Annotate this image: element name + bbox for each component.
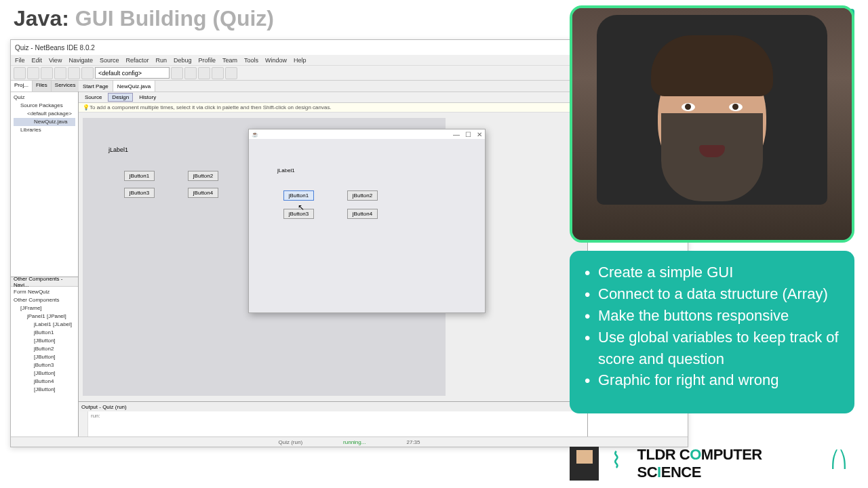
- design-button1[interactable]: jButton1: [124, 171, 155, 181]
- menu-team[interactable]: Team: [222, 57, 237, 64]
- menu-window[interactable]: Window: [265, 57, 287, 64]
- projects-panel: Proj... Files Services Quiz Source Packa…: [11, 81, 78, 277]
- new-project-icon[interactable]: [27, 67, 39, 79]
- menu-file[interactable]: File: [15, 57, 25, 64]
- avatar-icon: [570, 447, 599, 481]
- nav-item[interactable]: jButton3 [JButton]: [14, 361, 75, 378]
- bullet-item: Make the buttons responsive: [585, 305, 840, 327]
- app-minimize-icon[interactable]: —: [453, 131, 460, 138]
- nav-item[interactable]: jPanel1 [JPanel]: [14, 312, 75, 321]
- navigator-title: Other Components - Navi...: [11, 277, 78, 287]
- menu-tools[interactable]: Tools: [244, 57, 258, 64]
- navigator-panel: Other Components - Navi... Form NewQuiz …: [11, 277, 78, 436]
- design-button3[interactable]: jButton3: [124, 188, 155, 198]
- menu-navigate[interactable]: Navigate: [68, 57, 93, 64]
- menu-profile[interactable]: Profile: [199, 57, 216, 64]
- nav-item[interactable]: jButton1 [JButton]: [14, 329, 75, 345]
- output-tab[interactable]: Output - Quiz (run): [79, 402, 587, 411]
- tree-project[interactable]: Quiz: [14, 94, 75, 102]
- build-icon[interactable]: [171, 67, 183, 79]
- design-button2[interactable]: jButton2: [188, 171, 218, 181]
- design-canvas[interactable]: jLabel1 jButton1 jButton2 jButton3 jButt…: [79, 113, 587, 401]
- nav-item[interactable]: Other Components: [14, 296, 75, 304]
- channel-logo: TLDR COMPUTER SCIENCE: [570, 443, 854, 484]
- hint-bar: 💡 To add a component multiple times, sel…: [79, 103, 587, 113]
- lesson-bullets: Create a simple GUI Connect to a data st…: [570, 251, 854, 413]
- bullet-item: Graphic for right and wrong: [585, 369, 840, 391]
- lightbulb-icon: 💡: [83, 104, 90, 110]
- run-icon[interactable]: [198, 67, 210, 79]
- output-text: run:: [88, 411, 587, 437]
- new-file-icon[interactable]: [14, 67, 26, 79]
- app-label: jLabel1: [277, 167, 295, 174]
- bullet-item: Connect to a data structure (Array): [585, 283, 840, 305]
- bullet-item: Create a simple GUI: [585, 262, 840, 283]
- app-close-icon[interactable]: ✕: [477, 131, 482, 138]
- wifi-icon: [606, 451, 631, 476]
- tab-start-page[interactable]: Start Page: [79, 81, 113, 92]
- app-button4[interactable]: jButton4: [347, 209, 378, 219]
- tree-source-packages[interactable]: Source Packages: [14, 102, 75, 110]
- clean-icon[interactable]: [184, 67, 197, 79]
- design-button4[interactable]: jButton4: [188, 188, 218, 198]
- tab-projects[interactable]: Proj...: [11, 81, 33, 92]
- menu-edit[interactable]: Edit: [32, 57, 43, 64]
- debug-icon[interactable]: [212, 67, 224, 79]
- design-label[interactable]: jLabel1: [108, 146, 128, 153]
- app-button1[interactable]: jButton1: [283, 190, 314, 201]
- nav-item[interactable]: jButton2 [JButton]: [14, 345, 75, 361]
- antenna-icon: [831, 450, 854, 477]
- output-panel: Output - Quiz (run) run:: [79, 401, 587, 436]
- undo-icon[interactable]: [68, 67, 80, 79]
- mode-source[interactable]: Source: [81, 94, 105, 101]
- tree-file[interactable]: NewQuiz.java: [14, 118, 75, 126]
- menu-view[interactable]: View: [49, 57, 62, 64]
- redo-icon[interactable]: [81, 67, 94, 79]
- nav-item[interactable]: [JFrame]: [14, 304, 75, 312]
- open-icon[interactable]: [41, 67, 53, 79]
- mode-history[interactable]: History: [136, 94, 159, 101]
- app-icon: ☕: [252, 131, 258, 138]
- app-button2[interactable]: jButton2: [347, 190, 378, 201]
- profile-icon[interactable]: [225, 67, 237, 79]
- running-app-window[interactable]: ☕ — ☐ ✕ jLabel1 jButton1 jButton2 jButto…: [248, 129, 486, 313]
- tree-default-package[interactable]: <default package>: [14, 110, 75, 118]
- menu-refactor[interactable]: Refactor: [125, 57, 149, 64]
- presenter-webcam: [570, 5, 854, 243]
- menu-run[interactable]: Run: [155, 57, 167, 64]
- tab-services[interactable]: Services: [52, 81, 80, 92]
- tree-libraries[interactable]: Libraries: [14, 126, 75, 134]
- menu-help[interactable]: Help: [294, 57, 307, 64]
- nav-item[interactable]: jButton4 [JButton]: [14, 378, 75, 394]
- menu-source[interactable]: Source: [100, 57, 119, 64]
- save-icon[interactable]: [54, 67, 66, 79]
- menu-debug[interactable]: Debug: [174, 57, 192, 64]
- page-title: Java: GUI Building (Quiz): [14, 6, 274, 31]
- bullet-item: Use global variables to keep track of sc…: [585, 327, 840, 370]
- nav-item[interactable]: jLabel1 [JLabel]: [14, 321, 75, 329]
- tab-newquiz[interactable]: NewQuiz.java: [113, 81, 155, 92]
- nav-item[interactable]: Form NewQuiz: [14, 288, 75, 296]
- mode-design[interactable]: Design: [108, 93, 133, 102]
- app-maximize-icon[interactable]: ☐: [465, 131, 471, 138]
- cursor-icon: ↖: [298, 203, 304, 212]
- config-dropdown[interactable]: <default config>: [95, 67, 170, 79]
- tab-files[interactable]: Files: [33, 81, 52, 92]
